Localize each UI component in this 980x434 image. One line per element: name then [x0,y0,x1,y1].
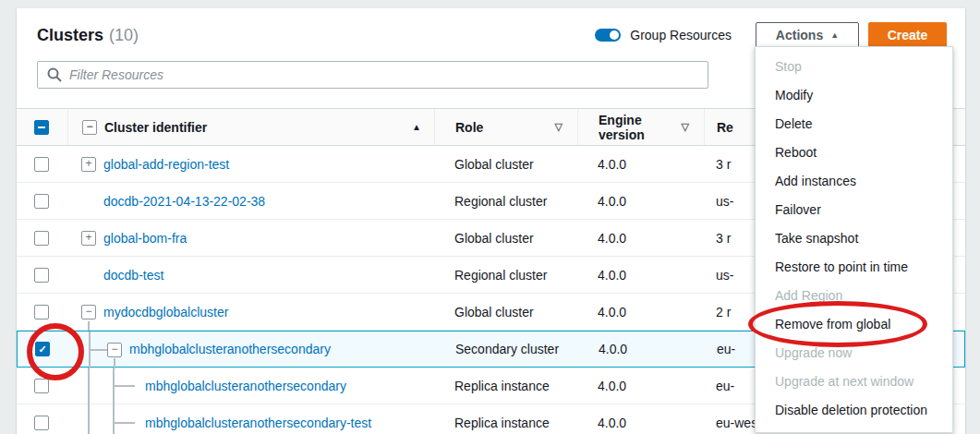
instance-link[interactable]: mbhglobalclusteranothersecondary [145,379,346,393]
instance-link[interactable]: mbhglobalclusteranothersecondary-test [145,416,371,430]
row-checkbox[interactable] [34,416,49,430]
resource-count: (10) [109,26,139,45]
chevron-up-icon: ▲ [830,30,839,40]
toggle-knob [610,30,619,40]
column-header-role[interactable]: Role [455,120,483,135]
select-all-checkbox[interactable] [34,120,49,135]
collapse-icon[interactable]: − [81,305,96,319]
role-cell: Global cluster [434,220,577,256]
menu-item-delete[interactable]: Delete [756,110,952,139]
collapse-all-icon[interactable]: − [82,120,97,135]
tree-line [88,404,90,434]
group-resources-toggle[interactable] [595,29,621,42]
filter-input[interactable] [37,61,708,89]
tree-line [88,368,90,404]
actions-button[interactable]: Actions ▲ [756,22,859,48]
engine-cell: 4.0.0 [577,257,704,293]
role-cell: Global cluster [434,146,577,182]
role-cell: Replica instance [434,404,577,434]
page-title: Clusters [37,26,103,45]
menu-item-disable-deletion-protection[interactable]: Disable deletion protection [756,396,952,425]
column-header-identifier[interactable]: Cluster identifier [104,120,207,135]
cluster-link[interactable]: mydocdbglobalcluster [103,305,228,319]
filter-wrap [37,61,708,89]
group-resources-label: Group Resources [630,28,732,42]
cluster-link[interactable]: global-bom-fra [103,231,187,246]
menu-item-restore-to-point-in-time[interactable]: Restore to point in time [756,253,952,282]
cluster-link[interactable]: docdb-2021-04-13-22-02-38 [103,194,265,209]
expand-icon[interactable]: + [81,157,96,172]
cluster-link[interactable]: mbhglobalclusteranothersecondary [129,342,331,356]
title-row: Clusters (10) Group Resources Actions ▲ … [37,21,947,49]
role-cell: Regional cluster [434,257,577,293]
row-checkbox[interactable] [34,157,49,172]
engine-cell: 4.0.0 [577,294,704,330]
tree-line [113,404,115,434]
actions-button-label: Actions [776,28,823,42]
engine-cell: 4.0.0 [577,146,704,182]
role-cell: Replica instance [434,368,577,404]
collapse-icon[interactable]: − [107,343,122,357]
engine-cell: 4.0.0 [577,404,704,434]
actions-dropdown-menu: Stop Modify Delete Reboot Add instances … [755,46,953,433]
menu-item-upgrade-now: Upgrade now [756,339,952,368]
cluster-link[interactable]: docdb-test [103,268,163,283]
role-cell: Global cluster [434,294,577,330]
row-checkbox[interactable] [34,379,49,393]
expand-icon[interactable]: + [81,231,96,246]
create-button[interactable]: Create [868,22,947,48]
sort-ascending-icon[interactable]: ▲ [412,122,421,132]
menu-item-take-snapshot[interactable]: Take snapshot [756,224,952,253]
tree-line [89,349,107,351]
docdb-clusters-screen: Clusters (10) Group Resources Actions ▲ … [0,0,980,434]
menu-item-modify[interactable]: Modify [756,81,952,110]
column-header-engine[interactable]: Engine version [599,113,682,142]
engine-cell: 4.0.0 [578,332,705,367]
tree-line [88,321,90,331]
engine-cell: 4.0.0 [577,368,704,404]
tree-line [113,422,135,424]
menu-item-reboot[interactable]: Reboot [756,139,952,167]
menu-item-upgrade-at-next-window: Upgrade at next window [756,368,952,396]
search-icon [47,67,62,82]
role-cell: Secondary cluster [435,332,578,367]
engine-cell: 4.0.0 [577,220,704,256]
role-filter-icon[interactable]: ▽ [555,121,563,133]
menu-item-stop: Stop [756,53,952,81]
menu-item-add-instances[interactable]: Add instances [756,167,952,196]
engine-filter-icon[interactable]: ▽ [682,121,689,133]
column-header-region[interactable]: Re [717,120,733,135]
row-checkbox[interactable] [34,231,49,246]
menu-item-add-region: Add Region [756,282,952,310]
row-checkbox[interactable] [34,305,49,319]
row-checkbox-checked[interactable] [35,342,50,356]
tree-line [113,385,135,387]
menu-item-failover[interactable]: Failover [756,196,952,224]
row-checkbox[interactable] [34,194,49,209]
engine-cell: 4.0.0 [577,183,704,219]
role-cell: Regional cluster [434,183,577,219]
menu-item-remove-from-global[interactable]: Remove from global [756,310,952,339]
row-checkbox[interactable] [34,268,49,283]
cluster-link[interactable]: global-add-region-test [103,157,229,172]
